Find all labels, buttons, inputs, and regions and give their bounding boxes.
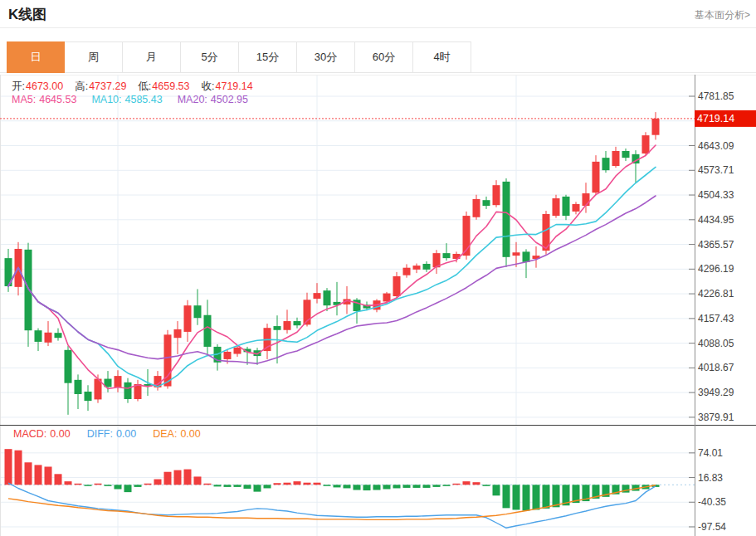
macd-bar [194, 476, 202, 485]
macd-bar [354, 485, 361, 490]
candle-body [174, 329, 182, 338]
page-title: K线图 [8, 5, 46, 24]
ma-info: MA5:4645.53MA10:4585.43MA20:4502.95 [12, 94, 251, 105]
candle-body [523, 251, 530, 261]
macd-bar [264, 485, 271, 488]
macd-bar [174, 470, 182, 485]
candle-body [503, 182, 510, 257]
candle-body [65, 350, 72, 383]
candle-body [115, 376, 122, 387]
macd-bar [254, 485, 261, 491]
tab-15min[interactable]: 15分 [239, 41, 297, 73]
macd-bar [304, 483, 311, 485]
macd-bar [115, 485, 122, 489]
price-axis-label: 4643.09 [698, 140, 734, 152]
tab-5min[interactable]: 5分 [181, 41, 239, 73]
candle-body [652, 119, 660, 135]
macd-bar [383, 485, 391, 489]
price-axis-label: 4157.43 [698, 313, 734, 324]
open-value: 4673.00 [26, 80, 63, 92]
macd-bar [523, 485, 530, 510]
high-value: 4737.29 [89, 80, 126, 92]
candle-body [55, 333, 62, 338]
tab-week[interactable]: 周 [65, 41, 123, 73]
candle-body [75, 380, 82, 394]
candle-body [35, 330, 42, 342]
macd-bar [85, 485, 92, 486]
macd-bar [463, 481, 471, 485]
macd-bar [204, 484, 212, 485]
macd-bar [433, 485, 441, 487]
tab-day[interactable]: 日 [7, 41, 65, 73]
macd-bar [493, 485, 500, 495]
ma10-value: 4585.43 [125, 94, 163, 105]
candle-body [622, 151, 630, 158]
price-axis-label: 4018.67 [698, 362, 734, 373]
macd-axis-label: -97.54 [698, 521, 726, 533]
macd-bar [274, 483, 281, 485]
macd-bar [65, 481, 72, 485]
macd-bar [324, 485, 331, 486]
macd-bar [184, 470, 192, 485]
candle-body [85, 392, 92, 401]
macd-bar [144, 484, 152, 485]
candle-body [583, 193, 590, 206]
macd-bar [543, 485, 550, 509]
current-price-tag-label: 4719.14 [697, 113, 734, 124]
fundamental-analysis-link[interactable]: 基本面分析> [695, 8, 750, 22]
macd-bar [533, 485, 540, 509]
macd-bar [164, 472, 172, 485]
price-axis-label: 4504.33 [698, 189, 734, 201]
macd-label: MACD: [13, 428, 46, 440]
macd-bar [513, 485, 520, 509]
macd-bar [224, 485, 232, 487]
candle-body [194, 305, 202, 318]
candle-body [403, 268, 411, 275]
candle-body [45, 333, 52, 343]
ma20-line [8, 196, 656, 363]
macd-bar [75, 484, 82, 485]
macd-bar [423, 485, 431, 488]
candle-body [602, 158, 610, 170]
candle-body [184, 305, 192, 332]
tab-month[interactable]: 月 [123, 41, 181, 73]
macd-bar [553, 485, 560, 507]
macd-bar [403, 485, 411, 488]
macd-bar [443, 485, 451, 486]
candle-body [473, 199, 480, 217]
candle-body [314, 293, 321, 299]
macd-bar [234, 485, 241, 487]
price-axis-label: 4088.05 [698, 338, 734, 349]
candle-body [204, 315, 212, 347]
candle-body [493, 185, 500, 205]
macd-bar [15, 451, 22, 485]
widget-header: K线图 基本面分析> [0, 0, 756, 28]
macd-bar [363, 485, 371, 490]
macd-bar [413, 485, 421, 488]
candle-body [563, 197, 570, 216]
macd-bar [453, 484, 461, 485]
macd-bar [154, 480, 162, 485]
macd-bar [393, 485, 401, 488]
high-label: 高: [75, 80, 88, 92]
candle-body [224, 352, 232, 359]
candle-body [234, 348, 241, 354]
price-axis-label: 3879.91 [698, 412, 734, 423]
open-label: 开: [12, 80, 25, 92]
tab-30min[interactable]: 30分 [297, 41, 355, 73]
macd-bar [284, 483, 291, 485]
macd-bar [134, 485, 142, 487]
macd-bar [244, 485, 251, 489]
candle-body [294, 321, 301, 325]
candle-body [25, 250, 32, 330]
price-axis-label: 4781.85 [698, 90, 734, 102]
macd-info: MACD:0.00DIFF:0.00DEA:0.00 [13, 428, 204, 440]
tab-4hour[interactable]: 4时 [413, 41, 471, 73]
candle-body [573, 204, 580, 212]
price-axis-label: 4365.57 [698, 239, 734, 251]
tab-60min[interactable]: 60分 [355, 41, 413, 73]
macd-bar [334, 485, 341, 487]
close-value: 4719.14 [216, 80, 253, 92]
macd-bar [25, 462, 32, 485]
macd-bar [55, 474, 62, 485]
